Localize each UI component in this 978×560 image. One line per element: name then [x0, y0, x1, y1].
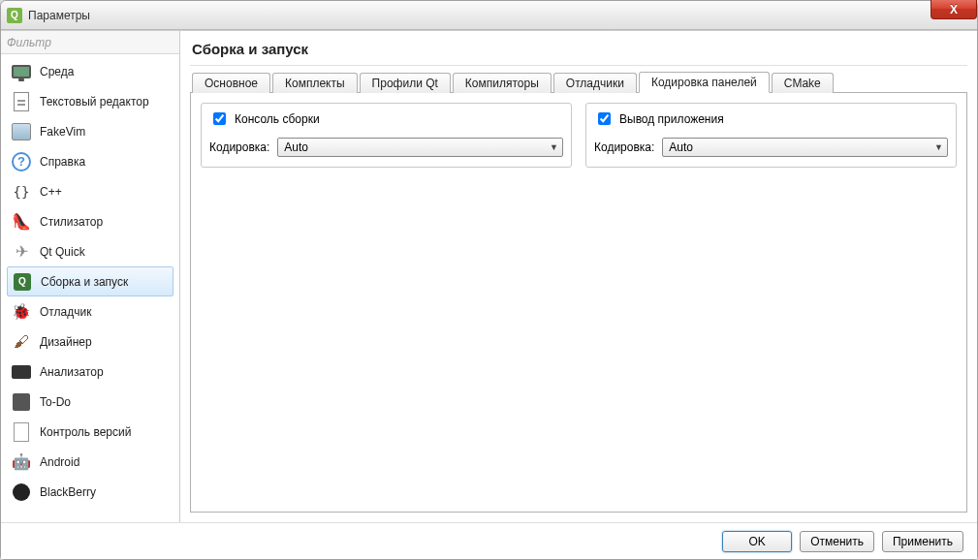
nav-list[interactable]: Среда Текстовый редактор FakeVim ? Справ… [1, 54, 179, 522]
paper-plane-icon: ✈ [11, 241, 32, 263]
sidebar-item-label: To-Do [40, 395, 71, 409]
chevron-down-icon: ▼ [934, 142, 943, 152]
android-icon: 🤖 [11, 451, 32, 473]
analyzer-icon [11, 361, 32, 383]
tab-compilers[interactable]: Компиляторы [453, 73, 552, 93]
help-icon: ? [11, 151, 32, 172]
sidebar-item-label: Анализатор [40, 365, 104, 379]
tab-debuggers[interactable]: Отладчики [553, 73, 637, 93]
build-console-checkbox[interactable] [213, 112, 226, 125]
sidebar-item-analyzer[interactable]: Анализатор [7, 357, 174, 387]
page-title: Сборка и запуск [190, 35, 967, 66]
app-output-label: Вывод приложения [619, 112, 724, 126]
sidebar-item-fakevim[interactable]: FakeVim [7, 116, 174, 146]
fakevim-icon [11, 121, 32, 142]
chevron-down-icon: ▼ [550, 142, 558, 152]
tab-panel-content: Консоль сборки Кодировка: Auto ▼ [190, 93, 967, 513]
sidebar-item-todo[interactable]: To-Do [7, 387, 174, 417]
tab-qt-profiles[interactable]: Профили Qt [360, 73, 451, 93]
sidebar-item-text-editor[interactable]: Текстовый редактор [7, 86, 174, 116]
group-build-console: Консоль сборки Кодировка: Auto ▼ [201, 103, 572, 168]
build-console-label: Консоль сборки [235, 112, 320, 126]
sidebar-item-label: Сборка и запуск [41, 275, 128, 289]
close-button[interactable]: X [931, 0, 977, 19]
sidebar-item-android[interactable]: 🤖 Android [7, 447, 174, 477]
sidebar-item-build-run[interactable]: Q Сборка и запуск [7, 266, 174, 296]
sidebar-item-help[interactable]: ? Справка [7, 146, 174, 176]
encoding-label-left: Кодировка: [209, 140, 269, 154]
window-title: Параметры [28, 9, 90, 22]
close-icon: X [950, 3, 958, 16]
cpp-icon: {} [11, 181, 32, 202]
vcs-icon [11, 421, 32, 443]
tab-bar: Основное Комплекты Профили Qt Компилятор… [190, 70, 967, 93]
group-app-output: Вывод приложения Кодировка: Auto ▼ [585, 103, 957, 168]
select-value: Auto [669, 140, 693, 154]
sidebar-item-designer[interactable]: 🖌 Дизайнер [7, 327, 174, 357]
app-output-encoding-select[interactable]: Auto ▼ [662, 138, 948, 157]
sidebar-item-label: Отладчик [40, 305, 91, 319]
sidebar-item-qtquick[interactable]: ✈ Qt Quick [7, 236, 174, 266]
ok-button[interactable]: OK [722, 531, 792, 552]
button-bar: OK Отменить Применить [1, 522, 977, 559]
app-output-checkbox[interactable] [598, 112, 611, 125]
sidebar-item-label: Стилизатор [40, 215, 103, 229]
tab-panel-encoding[interactable]: Кодировка панелей [639, 72, 770, 93]
content-pane: Сборка и запуск Основное Комплекты Профи… [180, 31, 977, 522]
titlebar[interactable]: Q Параметры X [1, 1, 977, 30]
sidebar-item-label: Текстовый редактор [40, 95, 149, 109]
sidebar-item-label: Android [40, 455, 79, 469]
monitor-icon [11, 61, 32, 82]
settings-dialog: Q Параметры X Фильтр Среда Текстовый ре [0, 0, 978, 560]
sidebar-item-cpp[interactable]: {} C++ [7, 176, 174, 206]
cancel-button[interactable]: Отменить [800, 531, 874, 552]
sidebar-item-beautifier[interactable]: 👠 Стилизатор [7, 206, 174, 236]
filter-placeholder: Фильтр [7, 36, 51, 49]
tab-kits[interactable]: Комплекты [272, 73, 358, 93]
sidebar-item-blackberry[interactable]: BlackBerry [7, 477, 174, 507]
build-console-encoding-select[interactable]: Auto ▼ [277, 138, 563, 157]
shoe-icon: 👠 [11, 211, 32, 233]
sidebar-item-vcs[interactable]: Контроль версий [7, 417, 174, 447]
sidebar-item-label: BlackBerry [40, 485, 96, 499]
sidebar-item-label: Справка [40, 155, 85, 169]
todo-icon [11, 391, 32, 413]
sidebar-item-label: Среда [40, 65, 74, 78]
document-icon [11, 91, 32, 112]
bug-icon: 🐞 [11, 301, 32, 323]
group-row: Консоль сборки Кодировка: Auto ▼ [201, 103, 957, 168]
select-value: Auto [284, 140, 308, 154]
brush-icon: 🖌 [11, 331, 32, 353]
tab-cmake[interactable]: CMake [772, 73, 834, 93]
build-icon: Q [12, 271, 33, 293]
sidebar-item-debugger[interactable]: 🐞 Отладчик [7, 296, 174, 327]
sidebar: Фильтр Среда Текстовый редактор FakeVim [1, 31, 180, 522]
sidebar-item-label: Контроль версий [40, 425, 131, 439]
sidebar-item-label: FakeVim [40, 125, 85, 139]
app-icon: Q [7, 8, 22, 23]
main-area: Фильтр Среда Текстовый редактор FakeVim [1, 30, 977, 522]
sidebar-item-label: C++ [40, 185, 62, 199]
dialog-body: Фильтр Среда Текстовый редактор FakeVim [1, 30, 977, 559]
sidebar-item-label: Дизайнер [40, 335, 92, 349]
tab-general[interactable]: Основное [192, 73, 270, 93]
encoding-label-right: Кодировка: [594, 140, 654, 154]
sidebar-item-environment[interactable]: Среда [7, 56, 174, 86]
filter-input[interactable]: Фильтр [1, 31, 179, 54]
sidebar-item-label: Qt Quick [40, 245, 85, 259]
apply-button[interactable]: Применить [882, 531, 963, 552]
blackberry-icon [11, 482, 32, 503]
